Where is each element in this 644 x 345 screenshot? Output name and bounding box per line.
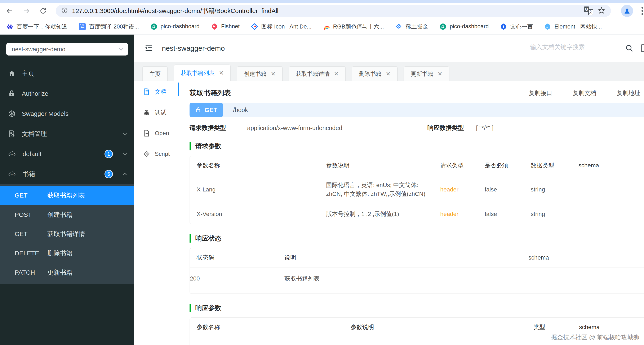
bookmark-label: pico-dashboard	[161, 23, 200, 30]
chevron-down-icon	[119, 46, 123, 51]
profile-avatar[interactable]	[621, 5, 633, 17]
search-icon[interactable]	[625, 44, 634, 53]
bookmark-fishnet[interactable]: Fishnet	[211, 23, 240, 30]
bookmark-label: Element - 网站快...	[554, 23, 602, 30]
bookmarks-bar: du 百度一下，你就知道 译 百度翻译-200种语... pico-dashbo…	[0, 19, 644, 34]
forward-icon[interactable]	[22, 7, 30, 15]
sidebar-item-label: 主页	[22, 69, 34, 78]
endpoint-get-book-list[interactable]: GET 获取书籍列表	[0, 186, 134, 205]
param-in: header	[440, 204, 484, 224]
layout-icon-partial[interactable]	[641, 44, 644, 52]
bookmark-label: 百度翻译-200种语...	[89, 23, 139, 30]
copy-api-button[interactable]: 复制接口	[529, 89, 552, 97]
endpoint-path: /book	[233, 106, 248, 114]
bookmark-ant-design-icons[interactable]: 图标 Icon - Ant De...	[251, 23, 312, 30]
document-icon	[143, 88, 150, 95]
doc-nav-debug[interactable]: 调试	[134, 102, 179, 123]
url-text[interactable]: 127.0.0.1:3000/doc.html#/nest-swagger-de…	[72, 7, 278, 15]
bookmark-juejin[interactable]: 稀土掘金	[395, 23, 428, 30]
collapse-sidebar-icon[interactable]	[144, 43, 153, 53]
close-icon[interactable]: ✕	[438, 71, 442, 77]
bookmark-pico-dashboard-1[interactable]: pico-dashboard	[150, 23, 200, 30]
copy-url-button[interactable]: 复制地址	[617, 89, 640, 97]
sidebar-item-doc-manage[interactable]: 文档管理	[0, 124, 134, 144]
unlock-icon	[195, 107, 202, 113]
close-icon[interactable]: ✕	[386, 71, 390, 77]
bookmark-baidu[interactable]: du 百度一下，你就知道	[6, 23, 68, 30]
copy-actions: 复制接口 复制文档 复制地址	[529, 89, 640, 97]
endpoint-method: PATCH	[15, 269, 47, 276]
juejin-icon	[395, 23, 402, 30]
bookmark-label: 稀土掘金	[406, 23, 428, 30]
tab-update-book[interactable]: 更新书籍 ✕	[404, 66, 450, 81]
close-icon[interactable]: ✕	[219, 70, 224, 76]
param-schema	[578, 175, 644, 204]
tab-delete-book[interactable]: 删除书籍 ✕	[352, 66, 398, 81]
doc-nav-label: 文档	[155, 88, 166, 96]
endpoint-method: DELETE	[15, 250, 47, 257]
chevron-down-icon	[123, 151, 127, 156]
param-in: header	[440, 175, 484, 204]
endpoint-patch-update-book[interactable]: PATCH 更新书籍	[0, 263, 134, 282]
rainbow-icon	[323, 23, 330, 30]
response-status-table: 状态码 说明 schema 200 获取书籍列表	[190, 248, 644, 294]
browser-menu-icon[interactable]	[642, 7, 643, 15]
sidebar-item-swagger-models[interactable]: Swagger Models	[0, 104, 134, 124]
endpoint-post-create-book[interactable]: POST 创建书籍	[0, 205, 134, 224]
tab-bar: 主页 获取书籍列表 ✕ 创建书籍 ✕ 获取书籍详情 ✕ 删除书籍 ✕	[134, 62, 644, 81]
bug-icon	[143, 109, 150, 116]
endpoint-list: GET 获取书籍列表 POST 创建书籍 GET 获取书籍详情 DELETE 删…	[0, 184, 134, 284]
endpoint-delete-book[interactable]: DELETE 删除书籍	[0, 244, 134, 263]
doc-search-box[interactable]	[530, 43, 618, 53]
ant-design-icon	[251, 23, 258, 30]
request-type-value: application/x-www-form-urlencoded	[247, 125, 428, 132]
doc-nav-open[interactable]: Open	[134, 123, 179, 144]
svg-text:API: API	[10, 174, 14, 176]
search-input[interactable]	[530, 43, 618, 51]
bookmark-rgb-colors[interactable]: RGB颜色值与十六...	[323, 23, 384, 30]
tab-get-book-detail[interactable]: 获取书籍详情 ✕	[288, 66, 346, 81]
copy-doc-button[interactable]: 复制文档	[573, 89, 596, 97]
sidebar: nest-swagger-demo 主页 Authorize Swagger M…	[0, 34, 134, 345]
browser-tab-strip	[0, 0, 644, 3]
sidebar-item-books[interactable]: API 书籍 5	[0, 164, 134, 184]
bookmark-baidu-translate[interactable]: 译 百度翻译-200种语...	[79, 23, 139, 30]
bookmark-wenxin[interactable]: 文心一言	[500, 23, 533, 30]
bookmark-element[interactable]: Element - 网站快...	[544, 23, 602, 30]
tab-label: 删除书籍	[359, 70, 381, 78]
bookmark-pico-dashboard-2[interactable]: pico-dashboard	[440, 23, 488, 30]
reload-icon[interactable]	[39, 7, 47, 15]
element-hex-icon	[544, 23, 551, 30]
translate-square-icon: 译	[79, 23, 86, 30]
project-select[interactable]: nest-swagger-demo	[6, 43, 128, 56]
tab-get-book-list[interactable]: 获取书籍列表 ✕	[174, 64, 231, 81]
col-status-schema: schema	[528, 248, 644, 267]
col-param-name: 参数名称	[190, 318, 350, 337]
endpoint-method: GET	[15, 192, 47, 199]
doc-body: 文档 调试 Open Script	[134, 81, 644, 345]
site-info-icon[interactable]	[61, 7, 68, 15]
doc-nav-script[interactable]: Script	[134, 144, 179, 164]
endpoint-label: 获取书籍列表	[47, 191, 85, 200]
bookmark-label: pico-dashboard	[450, 23, 488, 30]
endpoint-get-book-detail[interactable]: GET 获取书籍详情	[0, 224, 134, 244]
tab-create-book[interactable]: 创建书籍 ✕	[237, 66, 282, 81]
bookmark-star-icon[interactable]	[598, 6, 606, 15]
pico-circle-icon	[440, 23, 446, 30]
doc-nav-docs[interactable]: 文档	[134, 81, 179, 102]
table-row: X-Version 版本号控制，1 ,2 ,示例值(1) header fals…	[190, 204, 644, 224]
close-icon[interactable]: ✕	[334, 71, 339, 77]
bookmark-label: RGB颜色值与十六...	[333, 23, 384, 30]
address-bar[interactable]: 127.0.0.1:3000/doc.html#/nest-swagger-de…	[56, 5, 611, 17]
doc-content: 获取书籍列表 复制接口 复制文档 复制地址 GET /book	[179, 81, 644, 345]
sidebar-item-authorize[interactable]: Authorize	[0, 84, 134, 104]
back-icon[interactable]	[6, 7, 14, 15]
translate-icon[interactable]: G 文	[584, 6, 593, 15]
table-row: 200 获取书籍列表	[190, 267, 644, 294]
tab-home[interactable]: 主页	[142, 66, 168, 81]
sidebar-nav: 主页 Authorize Swagger Models 文档管理	[0, 64, 134, 184]
sidebar-item-home[interactable]: 主页	[0, 64, 134, 84]
close-icon[interactable]: ✕	[270, 71, 276, 77]
col-param-in: 请求类型	[440, 156, 484, 175]
sidebar-item-default[interactable]: API default 1	[0, 144, 134, 164]
